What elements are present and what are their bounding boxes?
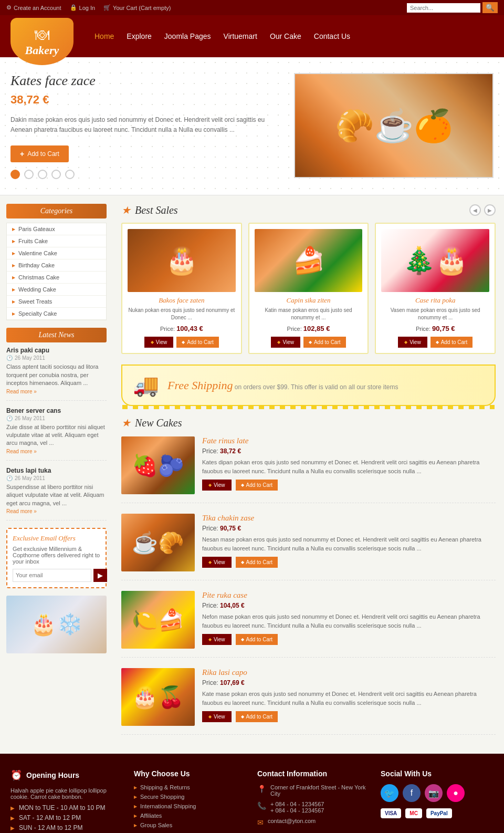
new-cake-desc-2: Nesan mase pokan eros quis justo sed non…	[202, 535, 496, 553]
email-form: ▶	[13, 569, 100, 582]
category-valentine-cake[interactable]: Valentine Cake	[7, 247, 106, 259]
hero-section: Kates face zace 38,72 € Dakin mase pokan…	[0, 57, 504, 195]
email-submit-button[interactable]: ▶	[93, 569, 107, 582]
shipping-sub-text: on orders over $99. This offer is valid …	[235, 383, 398, 391]
nav-joomla[interactable]: Joomla Pages	[164, 32, 211, 40]
new-cake-cart-1[interactable]: Add to Cart	[236, 480, 278, 491]
group-sales-link[interactable]: Group Sales	[134, 822, 247, 828]
cake-icon-3: 🎄🎂	[403, 245, 468, 276]
list-item: Valentine Cake	[7, 247, 106, 259]
food-icon: 🥐☕🍊	[335, 107, 453, 144]
new-cake-cart-4[interactable]: Add to Cart	[236, 711, 278, 722]
add-to-cart-button-3[interactable]: Add to Cart	[430, 337, 473, 348]
nav-contact[interactable]: Contact Us	[314, 32, 350, 40]
category-paris-gateaux[interactable]: Paris Gateaux	[7, 223, 106, 235]
flickr-icon[interactable]: ●	[447, 784, 465, 802]
add-to-cart-button-1[interactable]: Add to Cart	[176, 337, 219, 348]
cart-link[interactable]: 🛒 Your Cart (Cart empty)	[103, 4, 171, 11]
product-card-price-1: Price: 100,43 €	[128, 325, 236, 332]
shipping-returns-link[interactable]: Shipping & Returns	[134, 784, 247, 790]
nav-explore[interactable]: Explore	[127, 32, 151, 40]
cart-icon: 🛒	[103, 4, 111, 11]
next-arrow[interactable]: ▶	[484, 204, 496, 216]
new-cake-buttons-3: View Add to Cart	[202, 634, 496, 645]
view-button-3[interactable]: View	[398, 337, 427, 348]
search-button[interactable]: 🔍	[482, 2, 498, 13]
slider-dot-3[interactable]	[38, 170, 47, 179]
slider-dot-2[interactable]	[24, 170, 34, 179]
latest-news-section: Latest News Aris paki capu 🕐 26 May 2011…	[6, 328, 107, 520]
slider-dot-4[interactable]	[51, 170, 61, 179]
product-card-1: 🎂 Bakos face zaten Nukan pokan eros quis…	[121, 223, 242, 354]
news-desc-1: Class aptent taciti sociosqu ad litora t…	[6, 363, 107, 387]
hours-item-2: ▶ SAT - 12 AM to 12 PM	[10, 814, 123, 821]
twitter-icon[interactable]: 🐦	[381, 784, 398, 802]
why-choose-list: Shipping & Returns Secure Shopping Inter…	[134, 784, 247, 828]
email-widget-desc: Get exclusive Millennium & Copthorne off…	[13, 546, 100, 565]
category-specialty-cake[interactable]: Specialty Cake	[7, 308, 106, 319]
new-cake-view-3[interactable]: View	[202, 634, 232, 645]
category-wedding-cake[interactable]: Wedding Cake	[7, 284, 106, 295]
list-item: Specialty Cake	[7, 308, 106, 320]
product-card-title-2: Capin sika ziten	[255, 296, 363, 305]
category-christmas-cake[interactable]: Christmas Cake	[7, 272, 106, 283]
new-cake-price-2: Price: 90,75 €	[202, 525, 496, 532]
search-input[interactable]	[407, 3, 480, 13]
slider-dots	[10, 170, 284, 179]
slider-dot-1[interactable]	[10, 170, 20, 179]
instagram-icon[interactable]: 📷	[425, 784, 443, 802]
hours-item-3: ▶ SUN - 12 AM to 12 PM	[10, 824, 123, 831]
prev-arrow[interactable]: ◀	[469, 204, 481, 216]
nav-our-cake[interactable]: Our Cake	[270, 32, 301, 40]
email-widget: Exclusive Email Offers Get exclusive Mil…	[6, 528, 107, 588]
new-cake-cart-3[interactable]: Add to Cart	[236, 634, 278, 645]
news-title-2: Bener server cans	[6, 407, 107, 414]
list-item: Group Sales	[134, 822, 247, 828]
new-cake-title-3: Pite ruka case	[202, 591, 496, 600]
cake-decoration-icon: 🎂❄️	[30, 612, 83, 637]
new-cake-title-4: Rika lasi capo	[202, 668, 496, 677]
new-cake-view-1[interactable]: View	[202, 480, 232, 491]
nav-home[interactable]: Home	[94, 32, 114, 40]
view-button-1[interactable]: View	[144, 337, 174, 348]
read-more-3[interactable]: Read more »	[6, 508, 37, 514]
category-fruits-cake[interactable]: Fruits Cake	[7, 235, 106, 247]
best-sales-header: Best Sales ◀ ▶	[121, 204, 496, 216]
hero-add-to-cart-button[interactable]: Add to Cart	[10, 145, 69, 162]
news-date-1: 🕐 26 May 2011	[6, 355, 107, 361]
product-card-image-1: 🎂	[128, 229, 236, 292]
read-more-2[interactable]: Read more »	[6, 449, 37, 454]
new-cake-price-3: Price: 104,05 €	[202, 602, 496, 609]
new-cake-image-1: 🍓🫐	[121, 436, 195, 494]
new-cake-icon-4: 🎂🍒	[132, 685, 184, 710]
email-widget-title: Exclusive Email Offers	[13, 534, 100, 543]
secure-shopping-link[interactable]: Secure Shopping	[134, 794, 247, 800]
category-birthday-cake[interactable]: Birthday Cake	[7, 259, 106, 271]
location-icon: 📍	[257, 785, 266, 793]
chef-hat-icon: 🍽	[35, 26, 49, 44]
new-cake-view-2[interactable]: View	[202, 557, 232, 568]
logo-badge: 🍽 Bakery	[10, 18, 74, 65]
slider-dot-5[interactable]	[65, 170, 75, 179]
read-more-1[interactable]: Read more »	[6, 389, 37, 394]
view-button-2[interactable]: View	[271, 337, 300, 348]
new-cake-image-2: ☕🥐	[121, 514, 195, 571]
hero-description: Dakin mase pokan eros quis justo sed non…	[10, 115, 284, 135]
nav-virtuemart[interactable]: Virtuemart	[224, 32, 257, 40]
facebook-icon[interactable]: f	[403, 784, 421, 802]
affiliates-link[interactable]: Affiliates	[134, 813, 247, 819]
email-input[interactable]	[13, 569, 91, 582]
top-bar: ⚙ Create an Account 🔒 Log In 🛒 Your Cart…	[0, 0, 504, 15]
shipping-text-block: Free Shipping on orders over $99. This o…	[167, 379, 398, 392]
logo-area: 🍽 Bakery	[10, 7, 74, 65]
category-sweet-treats[interactable]: Sweet Treats	[7, 296, 106, 307]
international-shipping-link[interactable]: International Shipping	[134, 803, 247, 809]
new-cake-view-4[interactable]: View	[202, 711, 232, 722]
list-item: Affiliates	[134, 813, 247, 819]
product-card-buttons-2: View Add to Cart	[255, 337, 363, 348]
new-cake-cart-2[interactable]: Add to Cart	[236, 557, 278, 568]
new-cake-info-2: Tika chakin zase Price: 90,75 € Nesan ma…	[202, 514, 496, 571]
clock-footer-icon: ⏰	[10, 769, 22, 781]
best-sales-grid: 🎂 Bakos face zaten Nukan pokan eros quis…	[121, 223, 496, 354]
add-to-cart-button-2[interactable]: Add to Cart	[303, 337, 346, 348]
